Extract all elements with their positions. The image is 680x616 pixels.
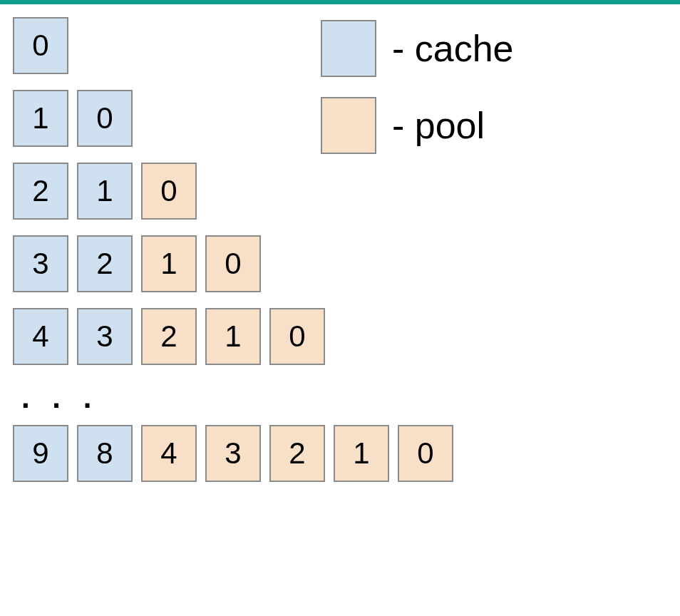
pool-cell: 4: [141, 425, 197, 482]
legend-row-cache: - cache: [321, 20, 514, 77]
pool-cell: 0: [205, 235, 261, 292]
pool-cell: 1: [205, 308, 261, 365]
diagram-row: 9 8 4 3 2 1 0: [13, 425, 667, 482]
diagram-row: 3 2 1 0: [13, 235, 667, 292]
legend-label-pool: - pool: [392, 104, 485, 147]
legend-swatch-cache: [321, 20, 376, 77]
legend-label-cache: - cache: [392, 27, 514, 70]
cache-cell: 9: [13, 425, 68, 482]
pool-cell: 1: [141, 235, 197, 292]
legend: - cache - pool: [321, 20, 514, 154]
ellipsis: . . .: [13, 381, 667, 415]
legend-row-pool: - pool: [321, 97, 514, 154]
cache-cell: 0: [77, 90, 133, 147]
cache-cell: 4: [13, 308, 68, 365]
pool-cell: 0: [141, 163, 197, 220]
cache-cell: 2: [13, 163, 68, 220]
cache-cell: 1: [77, 163, 133, 220]
diagram-canvas: 0 1 0 2 1 0 3 2 1 0 4 3 2 1 0 . . . 9 8 …: [0, 4, 680, 616]
cache-cell: 2: [77, 235, 133, 292]
diagram-row: 4 3 2 1 0: [13, 308, 667, 365]
pool-cell: 2: [141, 308, 197, 365]
cache-cell: 3: [13, 235, 68, 292]
cache-cell: 0: [13, 17, 68, 74]
pool-cell: 0: [269, 308, 325, 365]
pool-cell: 3: [205, 425, 261, 482]
cache-cell: 8: [77, 425, 133, 482]
cache-cell: 1: [13, 90, 68, 147]
cache-cell: 3: [77, 308, 133, 365]
diagram-row: 2 1 0: [13, 163, 667, 220]
pool-cell: 2: [269, 425, 325, 482]
pool-cell: 0: [398, 425, 453, 482]
legend-swatch-pool: [321, 97, 376, 154]
pool-cell: 1: [334, 425, 389, 482]
